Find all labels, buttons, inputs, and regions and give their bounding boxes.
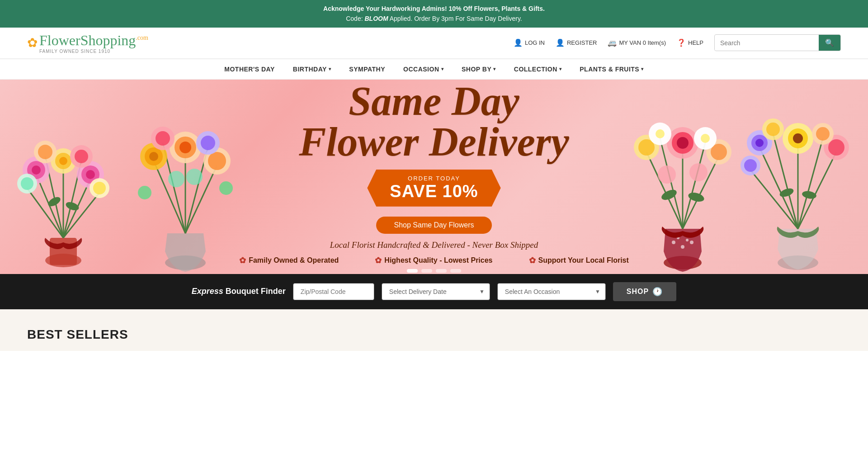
hero-banner: Same Day Flower Delivery ORDER TODAY SAV… — [0, 80, 868, 274]
hero-title: Same Day Flower Delivery — [239, 81, 629, 162]
hero-feature-3: ✿ Support Your Local Florist — [529, 255, 629, 265]
user-icon: 👤 — [514, 38, 523, 47]
register-link[interactable]: 👤 REGISTER — [556, 38, 597, 47]
occasion-chevron-icon: ▾ — [441, 66, 444, 71]
logo-flower-icon: ✿ — [27, 35, 38, 50]
svg-point-11 — [32, 165, 41, 175]
carousel-dots — [239, 269, 629, 273]
delivery-date-wrapper: Select Delivery Date — [382, 283, 490, 300]
express-finder: Express Bouquet Finder Select Delivery D… — [0, 274, 868, 309]
hero-discount-badge: ORDER TODAY SAVE 10% — [367, 170, 500, 207]
shop-same-day-button[interactable]: Shop Same Day Flowers — [376, 217, 492, 234]
best-sellers-section: BEST SELLERS — [0, 309, 868, 351]
search-input[interactable] — [715, 36, 819, 50]
svg-point-53 — [690, 241, 693, 244]
header-right: 👤 LOG IN 👤 REGISTER 🚐 MY VAN 0 Item(s) ❓… — [514, 34, 841, 51]
search-icon: 🔍 — [825, 39, 834, 47]
hero-center: Same Day Flower Delivery ORDER TODAY SAV… — [239, 81, 629, 273]
logo[interactable]: ✿ FlowerShopping.com FAMILY OWNED SINCE … — [27, 32, 148, 54]
svg-point-85 — [793, 133, 803, 143]
nav-item-collection[interactable]: COLLECTION ▾ — [514, 66, 562, 73]
nav-item-birthday[interactable]: BIRTHDAY ▾ — [293, 66, 331, 73]
hero-shop-button-area: Shop Same Day Flowers — [239, 212, 629, 234]
svg-rect-1 — [50, 238, 77, 265]
svg-point-71 — [701, 134, 710, 143]
svg-point-48 — [138, 186, 151, 199]
svg-point-41 — [208, 152, 226, 170]
svg-point-94 — [816, 127, 830, 141]
feature-flower-icon-3: ✿ — [529, 255, 536, 265]
hero-features: ✿ Family Owned & Operated ✿ Highest Qual… — [239, 255, 629, 265]
my-van-link[interactable]: 🚐 MY VAN 0 Item(s) — [608, 38, 666, 47]
svg-point-96 — [744, 159, 757, 172]
van-icon: 🚐 — [608, 38, 617, 47]
svg-point-73 — [689, 163, 708, 181]
delivery-date-select[interactable]: Select Delivery Date — [382, 283, 490, 300]
nav-item-mothers-day[interactable]: MOTHER'S DAY — [224, 66, 275, 73]
bouquet-right-2 — [728, 80, 868, 274]
svg-point-51 — [672, 241, 675, 244]
carousel-dot-2[interactable] — [421, 269, 432, 273]
nav-item-shop-by[interactable]: SHOP BY ▾ — [462, 66, 496, 73]
login-link[interactable]: 👤 LOG IN — [514, 38, 545, 47]
search-button[interactable]: 🔍 — [819, 35, 840, 51]
carousel-dot-1[interactable] — [407, 269, 418, 273]
svg-point-47 — [186, 169, 203, 185]
svg-point-25 — [93, 182, 106, 194]
main-nav: MOTHER'S DAY BIRTHDAY ▾ SYMPATHY OCCASIO… — [0, 59, 868, 80]
svg-point-21 — [75, 150, 88, 163]
svg-point-49 — [219, 181, 233, 195]
register-icon: 👤 — [556, 38, 565, 47]
occasion-wrapper: Select An Occasion Birthday Anniversary … — [497, 283, 606, 300]
svg-point-36 — [179, 142, 191, 153]
svg-point-46 — [168, 171, 184, 187]
nav-item-plants-fruits[interactable]: PLANTS & FRUITS ▾ — [580, 66, 643, 73]
svg-line-56 — [646, 152, 683, 229]
feature-flower-icon-1: ✿ — [239, 255, 246, 265]
nav-item-sympathy[interactable]: SYMPATHY — [349, 66, 385, 73]
carousel-dot-3[interactable] — [436, 269, 447, 273]
svg-point-97 — [778, 187, 795, 199]
svg-point-55 — [686, 239, 689, 241]
svg-line-79 — [798, 152, 836, 229]
top-banner: Acknowledge Your Hardworking Admins! 10%… — [0, 0, 868, 28]
header: ✿ FlowerShopping.com FAMILY OWNED SINCE … — [0, 28, 868, 59]
svg-point-14 — [59, 157, 67, 165]
hero-feature-2: ✿ Highest Quality - Lowest Prices — [375, 255, 492, 265]
shop-by-chevron-icon: ▾ — [493, 66, 496, 71]
logo-main-text: FlowerShopping.com — [39, 32, 148, 49]
zip-code-input[interactable] — [293, 283, 374, 300]
svg-point-63 — [677, 137, 689, 149]
banner-line1: Acknowledge Your Hardworking Admins! 10%… — [9, 4, 859, 14]
carousel-dot-4[interactable] — [450, 269, 461, 273]
svg-point-17 — [86, 170, 95, 179]
shop-button[interactable]: SHOP 🕐 — [613, 282, 676, 301]
express-label: Express Bouquet Finder — [192, 287, 286, 296]
banner-line2: Code: BLOOM Applied. Order By 3pm For Sa… — [9, 14, 859, 24]
svg-point-43 — [156, 131, 170, 146]
logo-sub-text: FAMILY OWNED SINCE 1910 — [39, 49, 110, 54]
search-box: 🔍 — [714, 34, 841, 51]
hero-badge-area: ORDER TODAY SAVE 10% — [239, 170, 629, 207]
svg-point-72 — [658, 165, 676, 184]
clock-icon: 🕐 — [652, 287, 663, 297]
svg-point-92 — [766, 123, 780, 136]
plants-chevron-icon: ▾ — [641, 66, 644, 71]
svg-point-19 — [38, 145, 52, 159]
bouquet-left-1 — [0, 84, 127, 274]
nav-item-occasion[interactable]: OCCASION ▾ — [403, 66, 443, 73]
help-icon: ❓ — [677, 38, 686, 47]
birthday-chevron-icon: ▾ — [329, 66, 331, 71]
feature-flower-icon-2: ✿ — [375, 255, 382, 265]
hero-feature-1: ✿ Family Owned & Operated — [239, 255, 339, 265]
svg-point-39 — [149, 152, 158, 161]
svg-point-88 — [755, 139, 764, 147]
bouquet-left-2 — [118, 80, 253, 274]
svg-point-90 — [828, 139, 844, 156]
collection-chevron-icon: ▾ — [559, 66, 562, 71]
occasion-select[interactable]: Select An Occasion Birthday Anniversary … — [497, 283, 606, 300]
svg-point-23 — [21, 177, 33, 190]
svg-point-52 — [681, 245, 684, 249]
hero-subtitle: Local Florist Handcrafted & Delivered - … — [239, 240, 629, 250]
help-link[interactable]: ❓ HELP — [677, 38, 703, 47]
